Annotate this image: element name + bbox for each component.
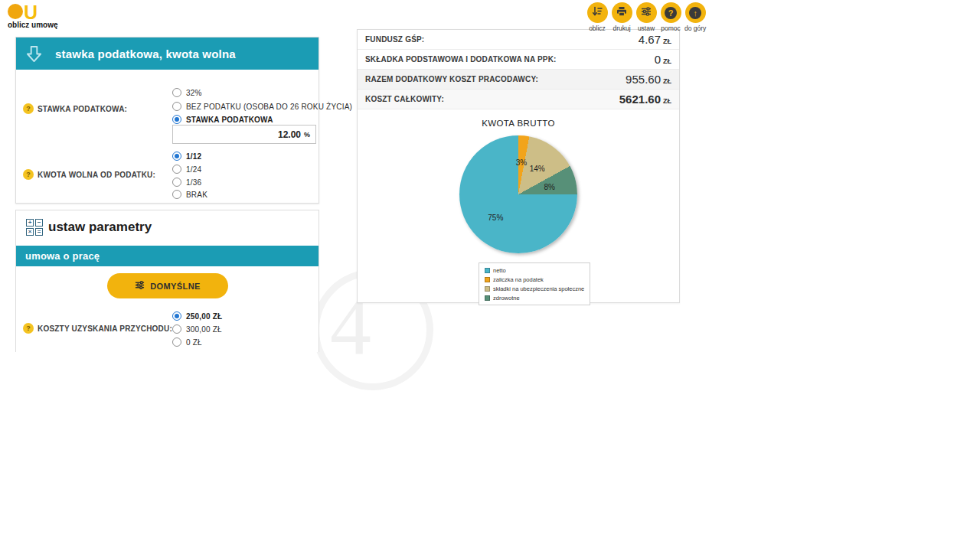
chart-title: KWOTA BRUTTO [358, 119, 679, 128]
print-button[interactable] [612, 2, 632, 23]
tax-settings-card: stawka podatkowa, kwota wolna ? STAWKA P… [15, 37, 319, 204]
results-panel: FUNDUSZ GŚP: 4.67ZŁ SKŁADKA PODSTAWOWA I… [357, 29, 680, 303]
legend-swatch [485, 277, 490, 282]
settings-button[interactable] [636, 2, 657, 23]
legend-label: składki na ubezpieczenia społeczne [493, 285, 584, 292]
scroll-top-button[interactable]: ↑ [685, 2, 706, 23]
logo-circle-icon [8, 4, 23, 19]
tool-label: oblicz [589, 24, 606, 32]
parameters-card: + − × = ustaw parametry umowa o pracę DO… [15, 210, 319, 352]
legend-swatch [485, 286, 490, 292]
legend-label: zaliczka na podatek [493, 276, 544, 283]
option-brak[interactable]: BRAK [172, 188, 207, 201]
result-row-fundusz: FUNDUSZ GŚP: 4.67ZŁ [358, 30, 679, 50]
arrow-down-icon [26, 45, 42, 63]
radio-icon [172, 152, 181, 161]
radio-icon [172, 324, 181, 334]
help-icon[interactable]: ? [23, 169, 34, 180]
option-0-zl[interactable]: 0 ZŁ [172, 336, 202, 348]
question-icon: ? [665, 7, 677, 19]
arrow-up-icon: ↑ [689, 7, 701, 19]
oblicz-button[interactable] [587, 2, 608, 23]
radio-icon [172, 178, 181, 187]
legend-item: składki na ubezpieczenia społeczne [485, 285, 584, 292]
result-value: 0 [655, 53, 661, 66]
sort-amount-icon [592, 6, 603, 19]
result-value: 955.60 [626, 73, 661, 86]
tax-rate-input[interactable]: 12.00 % [172, 125, 316, 144]
help-button[interactable]: ? [661, 2, 681, 23]
default-button[interactable]: DOMYŚLNE [107, 273, 228, 298]
tool-label: pomoc [661, 24, 681, 32]
toolbar: oblicz drukuj ustaw ? pomoc ↑ do góry [586, 2, 706, 32]
tax-card-title: stawka podatkowa, kwota wolna [55, 47, 236, 60]
option-stawka-podatkowa[interactable]: STAWKA PODATKOWA [172, 113, 273, 126]
result-row-koszt-calkowity: KOSZT CAŁKOWITY: 5621.60ZŁ [358, 90, 679, 109]
radio-icon [172, 165, 181, 174]
option-300-zl[interactable]: 300,00 ZŁ [172, 323, 222, 335]
radio-icon [172, 337, 181, 347]
radio-icon [172, 88, 181, 97]
option-1-24[interactable]: 1/24 [172, 163, 201, 175]
legend-label: netto [493, 267, 506, 274]
radio-icon [172, 102, 181, 111]
legend-item: netto [485, 266, 584, 274]
result-row-ppk: SKŁADKA PODSTAWOWA I DODATKOWA NA PPK: 0… [358, 50, 679, 70]
radio-icon [172, 311, 181, 321]
legend-item: zdrowotne [485, 294, 584, 302]
contract-type-bar: umowa o pracę [16, 246, 318, 266]
income-costs-label: ? KOSZTY UZYSKANIA PRZYCHODU: [23, 323, 172, 334]
legend-swatch [485, 268, 490, 273]
result-row-koszt-pracodawcy: RAZEM DODATKOWY KOSZT PRACODAWCY: 955.60… [358, 70, 679, 90]
logo-u-glyph: U [24, 6, 38, 19]
result-value: 5621.60 [619, 93, 661, 106]
option-32-percent[interactable]: 32% [172, 86, 202, 99]
tool-do-gory: ↑ do góry [684, 2, 706, 32]
pie-slice-label: 8% [544, 182, 554, 191]
tool-label: do góry [684, 24, 706, 32]
chart-legend: nettozaliczka na podatekskładki na ubezp… [479, 262, 590, 305]
help-icon[interactable]: ? [23, 103, 34, 114]
option-250-zl[interactable]: 250,00 ZŁ [172, 310, 222, 322]
logo-text: oblicz umowę [8, 21, 58, 29]
option-1-12[interactable]: 1/12 [172, 150, 201, 162]
calculator-icon: + − × = [26, 219, 43, 236]
radio-icon [172, 190, 181, 199]
pie-slice-label: 3% [516, 158, 527, 167]
pie-chart: 3%14%8%75% [459, 135, 577, 253]
tool-drukuj: drukuj [611, 2, 632, 32]
logo[interactable]: U oblicz umowę [8, 3, 58, 29]
contract-type-label: umowa o pracę [25, 250, 100, 262]
tool-ustaw: ustaw [635, 2, 657, 32]
parameters-title: ustaw parametry [48, 220, 152, 235]
sliders-icon [135, 280, 145, 292]
legend-label: zdrowotne [493, 295, 520, 302]
tool-oblicz: oblicz [586, 2, 608, 32]
tax-free-label: ? KWOTA WOLNA OD PODATKU: [23, 169, 155, 180]
option-bez-podatku[interactable]: BEZ PODATKU (OSOBA DO 26 ROKU ŻYCIA) [172, 100, 352, 112]
tax-card-header: stawka podatkowa, kwota wolna [16, 37, 318, 70]
logo-icon: U [8, 3, 58, 19]
pie-slice-label: 14% [530, 165, 545, 173]
result-value: 4.67 [639, 33, 661, 46]
option-1-36[interactable]: 1/36 [172, 176, 201, 188]
tool-label: ustaw [638, 24, 655, 32]
sliders-icon [641, 6, 652, 19]
legend-swatch [485, 295, 490, 301]
radio-icon [172, 115, 181, 124]
tax-rate-label: ? STAWKA PODATKOWA: [23, 103, 127, 114]
legend-item: zaliczka na podatek [485, 276, 584, 283]
printer-icon [616, 6, 627, 19]
tool-label: drukuj [612, 24, 630, 32]
help-icon[interactable]: ? [23, 323, 34, 334]
tool-pomoc: ? pomoc [660, 2, 681, 32]
pie-slice-label: 75% [488, 213, 503, 221]
